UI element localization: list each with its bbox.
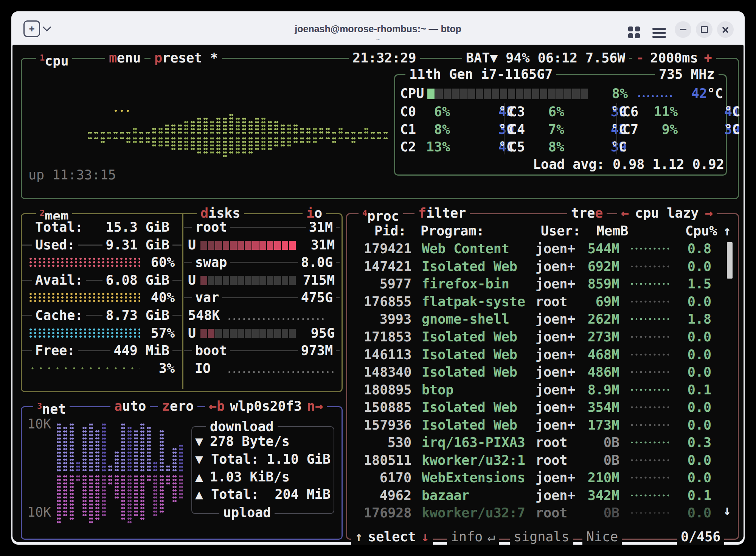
cpu-core-stat: C47%42°C: [509, 121, 611, 138]
disk-used-label: U: [188, 272, 196, 288]
graph-column: [383, 131, 388, 134]
proc-scrollbar[interactable]: [727, 242, 733, 279]
graph-column: [313, 127, 317, 134]
disk-var-used: 95G: [291, 325, 335, 341]
process-row[interactable]: 6170WebExtensionsjoen+210M0.0: [346, 469, 729, 487]
process-cell: joen+: [536, 417, 575, 433]
graph-column: [88, 137, 92, 140]
proc-header-program[interactable]: Program:: [421, 223, 484, 239]
meter-segment: [435, 89, 442, 99]
core-grid-divider: [616, 103, 617, 154]
process-row[interactable]: 530irq/163-PIXA3root0B0.3: [346, 434, 729, 452]
proc-header-mem[interactable]: MemB: [596, 223, 628, 239]
net-zero-button[interactable]: zero: [158, 398, 197, 414]
meter-segment: [524, 89, 531, 99]
process-cell: 0B: [575, 435, 619, 450]
process-row[interactable]: 157936Isolated Webjoen+173M0.0: [346, 416, 729, 434]
proc-header-pid[interactable]: Pid:: [374, 223, 406, 239]
graph-column: [210, 137, 214, 154]
net-interface-switcher[interactable]: ←bwlp0s20f3n→: [205, 398, 327, 414]
net-next-button[interactable]: n→: [307, 399, 323, 414]
graph-column: [281, 124, 285, 134]
graph-column: [94, 131, 98, 134]
graph-column: [203, 137, 208, 154]
process-row[interactable]: 5977firefox-binjoen+859M1.5: [346, 275, 729, 293]
meter-segment: [500, 89, 507, 99]
process-cell: 262M: [575, 311, 619, 327]
process-cell: 0.0: [669, 417, 711, 433]
interval-increase-button[interactable]: +: [704, 50, 712, 65]
cpu-core-stat: C213%41°C: [400, 138, 498, 156]
graph-column: [89, 475, 93, 524]
sort-prev-button[interactable]: ←: [621, 206, 629, 221]
net-auto-button[interactable]: auto: [110, 398, 150, 414]
proc-box-title: 4proc: [359, 205, 403, 221]
graph-column: [166, 465, 170, 472]
meter-segment: [282, 241, 289, 250]
process-row[interactable]: 147421Isolated Webjoen+692M0.0: [346, 258, 729, 276]
proc-header-cpu[interactable]: Cpu%: [685, 223, 717, 239]
process-cell: Isolated Web: [422, 259, 525, 274]
menu-button[interactable]: menu: [105, 50, 144, 66]
process-cell: 4962: [364, 488, 411, 503]
process-row[interactable]: 150885Isolated Webjoen+354M0.0: [346, 399, 729, 416]
graph-column: [274, 137, 278, 147]
preset-button[interactable]: preset *: [151, 50, 222, 66]
process-row[interactable]: 148340Isolated Webjoen+486M0.0: [346, 363, 729, 381]
proc-header-user[interactable]: User:: [541, 223, 581, 239]
process-cell: Isolated Web: [422, 400, 525, 415]
sort-mode: cpu lazy: [635, 206, 699, 221]
disk-swap-meter: [200, 276, 296, 285]
meter-segment: [267, 241, 274, 250]
battery-status: BAT▼ 94% 06:12 7.56W: [462, 50, 629, 66]
disk-io-label: IO: [195, 360, 211, 377]
process-row[interactable]: 176928kworker/u32:7root0B0.0: [346, 504, 729, 522]
graph-column: [332, 137, 336, 144]
process-row[interactable]: 4962bazaarjoen+342M0.1: [346, 487, 729, 505]
meter-segment: [564, 89, 571, 99]
process-row[interactable]: 3993gnome-shelljoen+262M1.8: [346, 310, 729, 328]
graph-column: [345, 137, 349, 140]
disk-root-meter: [200, 241, 296, 250]
process-cell: 176928: [364, 505, 411, 520]
graph-column: [326, 137, 330, 140]
process-row[interactable]: 179421Web Contentjoen+544M0.8: [346, 240, 729, 258]
graph-column: [179, 444, 183, 472]
process-cell: Isolated Web: [422, 364, 525, 380]
proc-select-control[interactable]: ↑select↓: [351, 529, 433, 545]
process-row[interactable]: 180895btopjoen+8.9M0.1: [346, 381, 729, 399]
meter-segment: [572, 89, 579, 99]
proc-tree-button[interactable]: tree: [567, 205, 607, 221]
process-cell: root: [536, 453, 575, 468]
process-row[interactable]: 171853Isolated Webjoen+273M0.0: [346, 328, 729, 346]
process-row[interactable]: 176855flatpak-systeroot69M0.0: [346, 293, 729, 311]
sort-next-button[interactable]: →: [705, 206, 713, 221]
process-cell: joen+: [536, 259, 575, 274]
process-row[interactable]: 180511kworker/u32:1root0B0.0: [346, 452, 729, 469]
proc-info-button[interactable]: info↵: [447, 529, 499, 545]
proc-nice-button[interactable]: Nice: [582, 529, 622, 545]
process-mem-graph: [630, 282, 669, 286]
graph-column: [358, 137, 362, 140]
process-cell: Isolated Web: [422, 347, 525, 362]
graph-column: [229, 137, 233, 154]
graph-column: [223, 137, 227, 158]
graph-column: [203, 117, 208, 135]
disk-used-label: U: [188, 237, 196, 253]
graph-column: [351, 131, 355, 134]
proc-signals-button[interactable]: signals: [510, 529, 573, 545]
meter-segment: [427, 89, 435, 99]
graph-column: [172, 475, 177, 503]
scroll-down-icon[interactable]: ↓: [723, 502, 731, 519]
net-prev-button[interactable]: ←b: [209, 399, 225, 414]
proc-sort-control[interactable]: ←cpu lazy→: [617, 205, 717, 221]
process-cell: 1.8: [669, 311, 711, 327]
update-interval-control[interactable]: -2000ms+: [632, 50, 716, 66]
meter-segment: [259, 276, 266, 285]
mem-disks-divider: [182, 214, 183, 389]
graph-column: [101, 131, 105, 134]
proc-filter-button[interactable]: filter: [414, 205, 470, 221]
process-row[interactable]: 146113Isolated Webjoen+468M0.0: [346, 346, 729, 363]
interval-decrease-button[interactable]: -: [636, 50, 644, 65]
meter-segment: [532, 89, 539, 99]
